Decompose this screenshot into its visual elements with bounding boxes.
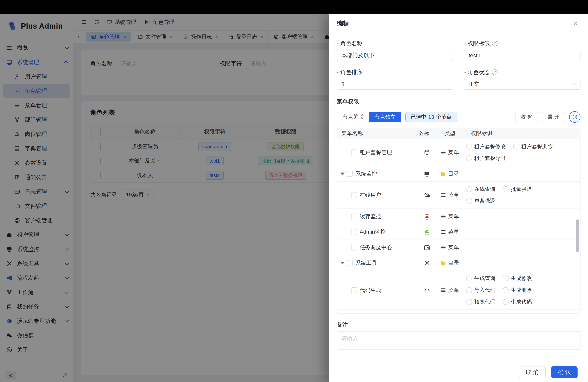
folder-icon <box>440 260 446 266</box>
perm-checkbox[interactable] <box>503 186 509 192</box>
perm-checkbox[interactable] <box>466 186 472 192</box>
close-icon[interactable]: × <box>573 19 578 28</box>
field-input[interactable]: 本部门及以下 <box>337 50 453 61</box>
perm-checkbox[interactable] <box>503 287 509 293</box>
perm-item[interactable]: 租户套餐删除 <box>513 143 553 150</box>
form-field: * 角色排序 ? 3 <box>337 68 453 90</box>
perm-label: 租户套餐删除 <box>521 143 553 150</box>
node-checkbox[interactable] <box>351 229 357 235</box>
perm-list: 在线查询 批量强退 <box>466 186 580 205</box>
chevron-down-icon <box>573 82 577 85</box>
perm-checkbox[interactable] <box>466 155 472 161</box>
perm-checkbox[interactable] <box>503 276 509 281</box>
field-input[interactable]: 正常 <box>464 79 581 90</box>
svg-text:spring: spring <box>425 234 429 235</box>
node-label: 系统工具 <box>356 259 377 267</box>
tree-row[interactable]: 流程发起 目录 <box>337 310 580 314</box>
collapse-all-button[interactable]: 收 起 <box>515 112 538 122</box>
menu-type-icon <box>440 149 446 156</box>
menu-perm-toolbar: 节点关联 节点独立 已选中 13 个节点 收 起 展 开 <box>337 111 581 123</box>
perm-item[interactable]: 租户套餐修改 <box>466 143 506 150</box>
tree-row[interactable]: 租户套餐管理 菜单 <box>337 139 580 166</box>
perm-item[interactable]: 生成代码 <box>503 298 532 306</box>
tree-row[interactable]: 缓存监控 redis 菜单 <box>337 209 580 224</box>
node-type-label: 菜单 <box>448 149 459 156</box>
perm-label: 租户套餐修改 <box>474 143 506 150</box>
drawer-header: 编辑 × <box>329 14 588 33</box>
tree-row[interactable]: Admin监控 spring 菜单 <box>337 224 580 240</box>
perm-checkbox[interactable] <box>503 299 509 305</box>
monitor-dark-icon <box>414 170 440 177</box>
node-type-label: 菜单 <box>448 228 459 236</box>
tools-icon <box>414 260 440 266</box>
node-type: 目录 <box>440 259 466 267</box>
screen: Plus Admin 概览 系统管理 <box>0 0 588 382</box>
drawer-footer: 取 消 确 认 <box>329 362 588 382</box>
tree-row[interactable]: 在线用户 菜单 <box>337 182 580 209</box>
perm-checkbox[interactable] <box>466 198 472 204</box>
node-checkbox[interactable] <box>347 171 353 177</box>
tree-row[interactable]: 代码生成 菜单 <box>337 271 580 310</box>
package-icon <box>414 149 440 156</box>
expand-all-button[interactable]: 展 开 <box>542 112 565 122</box>
perm-item[interactable]: 租户套餐导出 <box>466 155 506 162</box>
menu-type-icon <box>440 229 446 235</box>
scrollbar-thumb[interactable] <box>576 219 579 252</box>
node-type-label: 菜单 <box>448 244 459 251</box>
perm-label: 租户套餐导出 <box>474 155 506 162</box>
note-textarea[interactable]: 请输入 <box>337 331 581 350</box>
node-checkbox[interactable] <box>351 149 357 155</box>
perm-checkbox[interactable] <box>466 299 472 305</box>
tree-row[interactable]: 系统监控 目录 <box>337 166 580 182</box>
perm-item[interactable]: 生成删除 <box>503 287 532 294</box>
perm-label: 导入代码 <box>474 287 495 294</box>
perm-item[interactable]: 生成查询 <box>466 275 495 282</box>
menu-tree-table: 菜单名称 图标 类型 权限标识 租户套餐管理 <box>337 127 581 314</box>
perm-checkbox[interactable] <box>513 144 519 149</box>
node-label: 代码生成 <box>360 287 381 294</box>
tree-row[interactable]: 任务调度中心 菜单 <box>337 240 580 255</box>
perm-checkbox[interactable] <box>466 276 472 281</box>
selected-count: 13 <box>428 114 434 120</box>
node-type: 菜单 <box>440 191 466 199</box>
menu-type-icon <box>440 287 446 293</box>
perm-checkbox[interactable] <box>466 287 472 293</box>
field-input[interactable]: 3 <box>337 79 453 90</box>
perm-item[interactable]: 单条强退 <box>466 197 495 205</box>
node-type: 目录 <box>440 170 466 177</box>
confirm-button[interactable]: 确 认 <box>551 366 578 378</box>
cancel-button[interactable]: 取 消 <box>519 366 546 378</box>
node-checkbox[interactable] <box>351 287 357 293</box>
node-checkbox[interactable] <box>351 213 357 219</box>
expand-arrow-icon[interactable] <box>340 172 345 175</box>
node-linked-button[interactable]: 节点关联 <box>337 112 369 122</box>
fullscreen-icon[interactable] <box>569 111 581 123</box>
field-input[interactable]: test1 <box>464 50 581 61</box>
perm-item[interactable]: 生成修改 <box>503 275 532 282</box>
perm-item[interactable]: 导入代码 <box>466 287 495 294</box>
perm-label: 单条强退 <box>474 197 495 205</box>
help-icon: ? <box>492 41 498 46</box>
perm-item[interactable]: 预览代码 <box>466 298 495 306</box>
node-independent-button[interactable]: 节点独立 <box>369 112 401 122</box>
node-label: 缓存监控 <box>360 213 381 220</box>
field-value: 正常 <box>469 80 480 88</box>
perm-checkbox[interactable] <box>466 144 472 149</box>
perm-label: 生成查询 <box>474 275 495 282</box>
node-type: 菜单 <box>440 213 466 220</box>
node-checkbox[interactable] <box>347 260 353 266</box>
tree-row[interactable]: 系统工具 目录 <box>337 255 580 271</box>
node-type: 菜单 <box>440 287 466 294</box>
edit-drawer: 编辑 × * 角色名称 ? 本部门及以下 <box>329 14 588 382</box>
expand-arrow-icon[interactable] <box>340 262 345 264</box>
perm-item[interactable]: 在线查询 <box>466 186 495 193</box>
node-checkbox[interactable] <box>351 245 357 251</box>
field-label: 角色排序 <box>340 68 362 76</box>
node-checkbox[interactable] <box>351 192 357 198</box>
top-black-band <box>0 0 588 14</box>
spring-icon: spring <box>414 229 440 235</box>
node-label: 任务调度中心 <box>360 244 392 251</box>
drawer-body: * 角色名称 ? 本部门及以下 * 权限标识 <box>329 33 588 362</box>
perm-item[interactable]: 批量强退 <box>503 186 532 193</box>
required-mark: * <box>337 41 339 47</box>
